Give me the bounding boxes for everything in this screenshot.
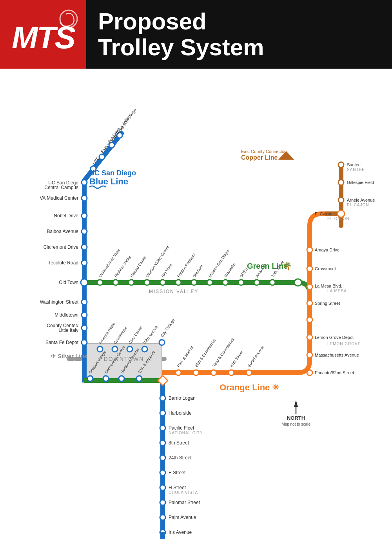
svg-text:Central Campus: Central Campus: [44, 185, 78, 190]
svg-text:Green Line: Green Line: [247, 262, 288, 270]
svg-text:Iris Avenue: Iris Avenue: [169, 530, 192, 535]
svg-text:La Mesa Blvd.: La Mesa Blvd.: [315, 284, 342, 288]
svg-point-36: [142, 346, 147, 352]
svg-text:Lemon Grove Depot: Lemon Grove Depot: [315, 335, 354, 340]
svg-text:Nobel Drive: Nobel Drive: [54, 213, 78, 219]
svg-text:24th Street: 24th Street: [169, 455, 192, 461]
svg-text:Spring Street: Spring Street: [315, 301, 340, 306]
svg-text:Gillespie Field: Gillespie Field: [347, 180, 374, 185]
svg-point-81: [160, 515, 165, 520]
svg-point-65: [307, 300, 312, 306]
svg-text:Park & Market: Park & Market: [176, 345, 194, 368]
svg-point-53: [254, 280, 260, 285]
svg-point-61: [307, 370, 312, 375]
svg-text:Balboa Avenue: Balboa Avenue: [47, 229, 78, 234]
svg-text:Fashion Valley: Fashion Valley: [114, 255, 132, 278]
svg-text:EL CAJON: EL CAJON: [327, 217, 350, 221]
svg-text:Orange Line ✳: Orange Line ✳: [220, 382, 279, 392]
svg-text:LA MESA: LA MESA: [327, 289, 347, 293]
svg-point-80: [160, 500, 165, 505]
svg-point-78: [160, 470, 165, 475]
svg-point-29: [82, 299, 87, 305]
svg-point-55: [294, 279, 301, 286]
svg-point-62: [307, 352, 312, 358]
svg-text:Old Town: Old Town: [59, 280, 78, 285]
svg-text:✈ Silver Line: ✈ Silver Line: [51, 353, 87, 359]
svg-text:Little Italy: Little Italy: [58, 328, 78, 333]
svg-point-72: [338, 197, 344, 203]
svg-point-66: [307, 284, 312, 290]
svg-text:City College: City College: [160, 318, 176, 338]
svg-text:EL CAJON: EL CAJON: [347, 203, 369, 207]
svg-point-45: [129, 280, 134, 285]
svg-point-64: [307, 317, 312, 322]
svg-text:NORTH: NORTH: [287, 415, 305, 421]
svg-point-24: [82, 213, 87, 219]
svg-text:El Cajon: El Cajon: [315, 211, 331, 216]
svg-text:SANTEE: SANTEE: [347, 168, 365, 172]
svg-point-40: [119, 376, 124, 381]
svg-point-28: [81, 279, 88, 286]
svg-text:VA Medical Center: VA Medical Center: [40, 195, 79, 201]
mts-logo: MTS: [0, 0, 86, 69]
svg-text:Amaya Drive: Amaya Drive: [315, 248, 339, 252]
svg-point-56: [176, 370, 181, 375]
svg-text:8th Street: 8th Street: [169, 440, 189, 446]
svg-text:Euclid Avenue: Euclid Avenue: [247, 345, 265, 368]
svg-point-33: [97, 346, 103, 352]
svg-text:Arnele Avenue: Arnele Avenue: [347, 198, 375, 202]
svg-point-58: [211, 370, 216, 375]
svg-point-50: [207, 280, 212, 285]
svg-point-34: [112, 346, 118, 352]
svg-text:Palomar Street: Palomar Street: [169, 500, 200, 505]
svg-text:Clairemont Drive: Clairemont Drive: [44, 244, 79, 250]
svg-text:Tecolote Road: Tecolote Road: [48, 260, 78, 266]
svg-text:Pacific Fleet: Pacific Fleet: [169, 425, 194, 431]
svg-point-57: [193, 370, 199, 375]
svg-text:Map not to scale: Map not to scale: [281, 422, 310, 426]
svg-point-74: [160, 410, 165, 416]
svg-point-71: [338, 180, 344, 185]
svg-point-26: [82, 244, 87, 250]
svg-point-73: [160, 395, 165, 401]
svg-marker-174: [294, 400, 298, 407]
svg-point-25: [82, 229, 87, 234]
svg-point-39: [103, 376, 109, 381]
svg-point-77: [160, 455, 165, 461]
header-title: Proposed Trolley System: [86, 9, 264, 60]
svg-text:Encanto/62nd Street: Encanto/62nd Street: [315, 370, 354, 375]
svg-point-35: [127, 346, 132, 352]
svg-point-51: [223, 280, 228, 285]
svg-point-75: [160, 425, 165, 431]
svg-text:Harborside: Harborside: [169, 410, 192, 416]
svg-point-41: [136, 376, 142, 381]
svg-text:LEMON GROVE: LEMON GROVE: [327, 342, 361, 346]
svg-point-52: [238, 280, 244, 285]
svg-text:🌴: 🌴: [282, 261, 292, 271]
svg-text:Fifth Avenue: Fifth Avenue: [143, 324, 159, 345]
svg-point-79: [160, 485, 165, 490]
svg-point-48: [176, 280, 181, 285]
svg-point-27: [82, 260, 87, 266]
svg-text:East County Connector: East County Connector: [241, 149, 286, 154]
svg-point-46: [144, 280, 150, 285]
svg-point-38: [87, 376, 93, 381]
svg-point-32: [82, 340, 87, 345]
svg-text:Palm Avenue: Palm Avenue: [169, 515, 196, 520]
svg-point-47: [160, 280, 165, 285]
svg-text:CHULA VISTA: CHULA VISTA: [169, 490, 198, 495]
svg-point-54: [270, 280, 275, 285]
svg-point-59: [229, 370, 234, 375]
svg-point-23: [82, 195, 87, 201]
svg-text:Middletown: Middletown: [54, 312, 78, 318]
svg-text:Courthouse: Courthouse: [113, 326, 128, 345]
svg-point-49: [191, 280, 197, 285]
svg-point-43: [97, 280, 103, 285]
svg-text:Massachusetts Avenue: Massachusetts Avenue: [315, 353, 359, 357]
svg-text:Santa Fe Depot: Santa Fe Depot: [45, 340, 79, 345]
svg-point-30: [82, 312, 87, 318]
svg-text:Washington Street: Washington Street: [40, 299, 79, 305]
svg-point-31: [82, 325, 87, 331]
svg-text:MISSION VALLEY: MISSION VALLEY: [149, 289, 198, 294]
svg-text:NATIONAL CITY: NATIONAL CITY: [169, 431, 203, 435]
